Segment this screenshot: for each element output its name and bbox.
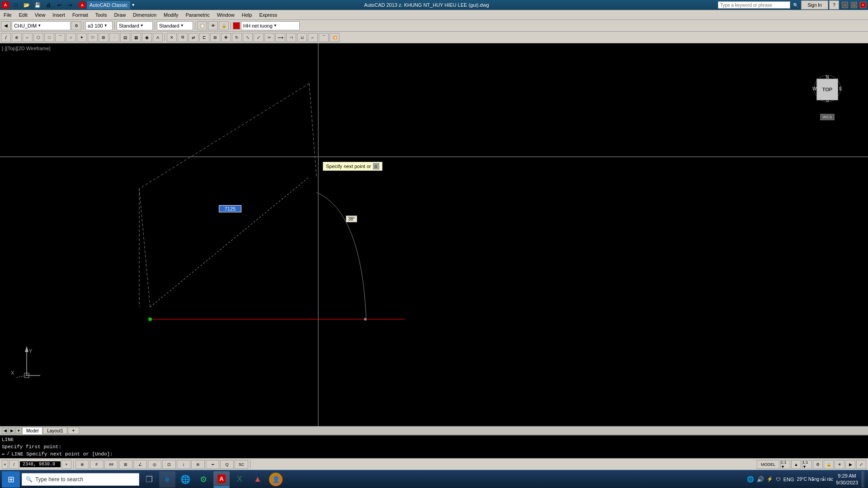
layer-icon2[interactable]: 👁 (208, 21, 218, 30)
search-icon[interactable]: 🔍 (793, 3, 798, 8)
arc-tool[interactable]: ⌒ (55, 33, 65, 42)
layer-dropdown[interactable]: CHU_DIM ▼ (12, 21, 71, 30)
layer-icon3[interactable]: 🔒 (219, 21, 229, 30)
chamfer-tool[interactable]: ⌐ (308, 33, 318, 42)
line-tool[interactable]: / (1, 33, 11, 42)
save-btn[interactable]: 💾 (33, 0, 42, 9)
app-name-dropdown[interactable]: AutoCAD Classic (87, 1, 130, 9)
viewcube-top-face[interactable]: TOP (816, 79, 838, 100)
sc-btn[interactable]: SC (235, 460, 248, 469)
network-icon[interactable]: 🌐 (747, 476, 754, 483)
undo-btn[interactable]: ↩ (54, 0, 64, 9)
tab-nav-menu[interactable]: ▾ (15, 427, 22, 434)
user-avatar[interactable]: 👤 (268, 471, 284, 488)
canvas-area[interactable]: [-][Top][2D Wireframe] 7 (0, 43, 868, 426)
annotation-scale[interactable]: a3 100 ▼ (85, 21, 113, 30)
ortho-btn[interactable]: ⊞ (119, 460, 132, 469)
layer-settings-btn[interactable]: ⚙ (71, 21, 81, 30)
text-tool[interactable]: A (153, 33, 163, 42)
ducs-btn[interactable]: ↕ (177, 460, 190, 469)
tab-add[interactable]: + (68, 427, 79, 434)
menu-draw[interactable]: Draw (110, 11, 129, 19)
layer-icon1[interactable]: 📋 (197, 21, 207, 30)
sign-in-btn[interactable]: Sign In (801, 0, 828, 9)
antivirus-icon[interactable]: 🛡 (776, 477, 781, 482)
hatch-tool[interactable]: ▤ (120, 33, 130, 42)
cmdline-input[interactable]: ✏ / LINE Specify next point or [Undo]: (2, 450, 866, 457)
new-btn[interactable]: □ (11, 0, 21, 9)
isolate-objects-btn[interactable]: ☀ (835, 460, 844, 469)
line-weight-icon[interactable]: / (9, 460, 19, 469)
edge-icon[interactable]: e (159, 471, 175, 488)
menu-parametric[interactable]: Parametric (182, 11, 213, 19)
point-tool[interactable]: · (109, 33, 119, 42)
menu-format[interactable]: Format (69, 11, 92, 19)
menu-express[interactable]: Express (255, 11, 281, 19)
tab-layout1[interactable]: Layout1 (43, 427, 67, 434)
coord-icon[interactable]: + (61, 460, 71, 469)
insert-tool[interactable]: ⊞ (99, 33, 108, 42)
region-tool[interactable]: ◉ (142, 33, 152, 42)
open-btn[interactable]: 📂 (22, 0, 32, 9)
scale-tool[interactable]: ⤡ (243, 33, 253, 42)
infer-snap-btn[interactable]: ⊕ (75, 460, 89, 469)
model-space-btn[interactable]: MODEL (757, 460, 779, 469)
hardware-accel-btn[interactable]: ▶ (845, 460, 855, 469)
style-dropdown[interactable]: Standard ▼ (117, 21, 153, 30)
tab-nav-next[interactable]: ▶ (9, 427, 15, 434)
xline-tool[interactable]: ⊕ (12, 33, 22, 42)
stretch-tool[interactable]: ⤢ (254, 33, 264, 42)
minimize-btn[interactable]: − (842, 2, 848, 8)
otrack-btn[interactable]: ⊡ (162, 460, 176, 469)
redo-btn[interactable]: ↪ (65, 0, 75, 9)
app-name-arrow[interactable]: ▼ (131, 3, 135, 7)
start-button[interactable]: ⊞ (2, 471, 20, 488)
layer-prev-btn[interactable]: ◀ (1, 21, 11, 30)
print-btn[interactable]: 🖨 (43, 0, 53, 9)
drawing-canvas[interactable] (0, 43, 868, 426)
dim-style-dropdown[interactable]: Standard ▼ (157, 21, 193, 30)
break-tool[interactable]: ⊣ (286, 33, 296, 42)
mirror-tool[interactable]: ⇌ (189, 33, 198, 42)
volume-icon[interactable]: 🔊 (757, 476, 764, 483)
snap-toggle[interactable]: × (2, 460, 8, 469)
ellipse-tool[interactable]: ⬭ (88, 33, 98, 42)
anno-visibility-btn[interactable]: ▲ (791, 460, 801, 469)
task-view-btn[interactable]: ❐ (141, 471, 157, 488)
trim-tool[interactable]: ✂ (264, 33, 274, 42)
layer-color-dropdown[interactable]: HH net tuong ▼ (241, 21, 300, 30)
autocad-taskbar-icon[interactable]: A (213, 471, 230, 488)
array-tool[interactable]: ⊞ (210, 33, 220, 42)
extend-tool[interactable]: ⟶ (275, 33, 285, 42)
anno-scale-btn[interactable]: 1:1 ▼ (802, 460, 812, 469)
menu-window[interactable]: Window (213, 11, 238, 19)
clock-display[interactable]: 9:29 AM 9/30/2023 (836, 473, 858, 486)
app-icon-6[interactable]: ▲ (250, 471, 266, 488)
fillet-tool[interactable]: ⌒ (319, 33, 329, 42)
polar-btn[interactable]: ∠ (133, 460, 147, 469)
menu-dimension[interactable]: Dimension (129, 11, 160, 19)
tooltip-icon[interactable]: ⊡ (373, 163, 379, 169)
chrome-icon[interactable]: 🌐 (177, 471, 193, 488)
excel-icon[interactable]: X (231, 471, 248, 488)
close-btn[interactable]: × (860, 2, 866, 8)
join-tool[interactable]: ⊔ (297, 33, 307, 42)
rect-tool[interactable]: □ (44, 33, 54, 42)
revision-tool[interactable]: ✦ (77, 33, 87, 42)
maximize-btn[interactable]: □ (851, 2, 857, 8)
menu-view[interactable]: View (31, 11, 49, 19)
taskbar-search[interactable]: 🔍 Type here to search (22, 473, 139, 486)
rotate-tool[interactable]: ↻ (232, 33, 242, 42)
vp-scale-btn[interactable]: 1:1 ▼ (780, 460, 790, 469)
menu-tools[interactable]: Tools (92, 11, 111, 19)
help-btn[interactable]: ? (829, 0, 839, 9)
explode-tool[interactable]: 💥 (330, 33, 340, 42)
osnap-btn[interactable]: ◎ (148, 460, 161, 469)
clean-screen-btn[interactable]: ⤢ (856, 460, 866, 469)
language-indicator[interactable]: ENG (783, 477, 794, 482)
battery-icon[interactable]: ⚡ (767, 476, 773, 482)
menu-edit[interactable]: Edit (15, 11, 31, 19)
menu-file[interactable]: File (0, 11, 15, 19)
gradient-tool[interactable]: ▦ (131, 33, 141, 42)
linewidth-btn[interactable]: ━ (206, 460, 219, 469)
